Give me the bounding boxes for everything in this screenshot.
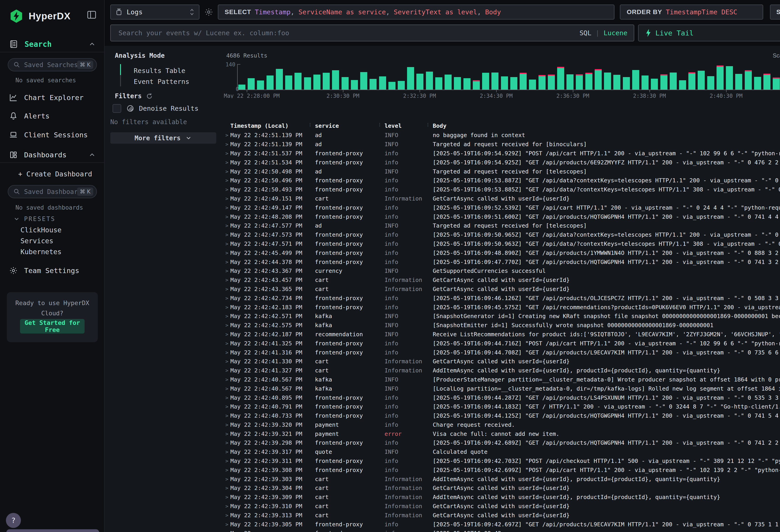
row-expand-chevron[interactable]: > [224,467,230,473]
row-expand-chevron[interactable]: > [224,350,230,355]
lucene-mode-toggle[interactable]: Lucene [603,29,627,37]
row-expand-chevron[interactable]: > [224,277,230,283]
row-expand-chevron[interactable]: > [224,196,230,201]
row-expand-chevron[interactable]: > [224,458,230,464]
table-row[interactable]: >May 22 2:42:43.365 PMcartInformationGet… [224,285,780,294]
source-select[interactable]: Logs [110,5,199,19]
row-expand-chevron[interactable]: > [224,395,230,400]
help-button[interactable]: ? [6,513,21,528]
row-expand-chevron[interactable]: > [224,386,230,391]
sidebar-item-client-sessions[interactable]: Client Sessions [0,128,104,142]
refresh-icon[interactable] [146,93,153,100]
table-row[interactable]: >May 22 2:42:40.895 PMfrontend-proxyinfo… [224,393,780,402]
row-expand-chevron[interactable]: > [224,160,230,165]
preset-services[interactable]: Services [20,237,53,245]
sidebar-collapse-icon[interactable] [86,9,97,20]
row-expand-chevron[interactable]: > [224,313,230,319]
row-expand-chevron[interactable]: > [224,530,230,532]
row-expand-chevron[interactable]: > [224,150,230,156]
live-tail-button[interactable]: Live Tail [638,25,780,41]
column-resize-handle[interactable]: ⁞ [378,122,381,128]
col-timestamp[interactable]: Timestamp (Local) [230,123,315,129]
row-expand-chevron[interactable]: > [224,404,230,409]
table-row[interactable]: >May 22 2:42:43.367 PMcurrencyINFOGetSup… [224,267,780,276]
row-expand-chevron[interactable]: > [224,214,230,220]
row-expand-chevron[interactable]: > [224,169,230,175]
table-row[interactable]: >May 22 2:42:39.317 PMquoteINFOCalculate… [224,447,780,456]
col-level[interactable]: ⁞level [385,123,433,129]
row-expand-chevron[interactable]: > [224,440,230,446]
row-expand-chevron[interactable]: > [224,476,230,482]
get-started-button[interactable]: Get Started for Free [20,319,85,334]
row-expand-chevron[interactable]: > [224,205,230,210]
table-row[interactable]: >May 22 2:42:39.305 PMfrontend-proxyinfo… [224,520,780,529]
table-row[interactable]: >May 22 2:42:42.183 PMfrontend-proxyinfo… [224,303,780,312]
table-row[interactable]: >May 22 2:42:51.139 PMadINFOTargeted ad … [224,140,780,149]
table-row[interactable]: >May 22 2:42:50.496 PMfrontend-proxyinfo… [224,176,780,185]
row-expand-chevron[interactable]: > [224,241,230,247]
row-expand-chevron[interactable]: > [224,332,230,337]
tab-event-patterns[interactable]: Event Patterns [134,78,189,86]
row-expand-chevron[interactable]: > [224,503,230,509]
col-service[interactable]: ⁞service [315,123,385,129]
table-row[interactable]: >May 22 2:42:42.187 PMrecommendationINFO… [224,330,780,339]
table-row[interactable]: >May 22 2:42:39.321 PMpaymenterrorVisa c… [224,429,780,438]
table-row[interactable]: >May 22 2:42:39.298 PMfrontend-proxyinfo… [224,438,780,447]
sidebar-item-team-settings[interactable]: Team Settings [0,263,104,278]
table-row[interactable]: >May 22 2:42:44.378 PMfrontend-proxyinfo… [224,257,780,267]
saved-dashboards-input[interactable]: Saved Dashboards ⌘ K [8,185,97,198]
table-row[interactable]: >May 22 2:42:51.537 PMfrontend-proxyinfo… [224,149,780,158]
preset-clickhouse[interactable]: ClickHouse [20,226,62,234]
tab-results-table[interactable]: Results Table [134,67,185,75]
table-row[interactable]: >May 22 2:42:47.573 PMfrontend-proxyinfo… [224,230,780,239]
table-row[interactable]: >May 22 2:42:39.303 PMcartInformationAdd… [224,475,780,484]
lucene-search-input[interactable]: Search your events w/ Lucene ex. column:… [110,25,634,41]
table-row[interactable]: >May 22 2:42:51.534 PMfrontend-proxyinfo… [224,158,780,167]
order-by-input[interactable]: ORDER BY TimestampTime DESC [620,5,763,19]
table-row[interactable]: >May 22 2:42:45.499 PMfrontend-proxyinfo… [224,248,780,257]
table-row[interactable]: >May 22 2:42:40.791 PMfrontend-proxyinfo… [224,402,780,411]
table-row[interactable]: >May 22 2:42:43.457 PMcartInformationGet… [224,276,780,285]
table-row[interactable]: >May 22 2:42:48.208 PMfrontend-proxyinfo… [224,212,780,221]
log-table[interactable]: >May 22 2:42:51.139 PMadINFOno baggage f… [224,131,780,532]
table-row[interactable]: >May 22 2:42:40.733 PMfrontend-proxyinfo… [224,411,780,420]
table-row[interactable]: >May 22 2:42:40.567 PMkafkaINFO[LocalLog… [224,384,780,393]
table-row[interactable]: >May 22 2:42:39.308 PMfrontend-proxyinfo… [224,466,780,475]
table-row[interactable]: >May 22frontend-proxyinfo[2025-05-19T16:… [224,529,780,532]
row-expand-chevron[interactable]: > [224,485,230,491]
denoise-checkbox[interactable] [112,104,121,113]
row-expand-chevron[interactable]: > [224,132,230,138]
table-row[interactable]: >May 22 2:42:47.577 PMadINFOTargeted ad … [224,221,780,230]
table-row[interactable]: >May 22 2:42:39.309 PMcartInformationAdd… [224,493,780,502]
create-dashboard-button[interactable]: + Create Dashboard [18,170,92,178]
table-row[interactable]: >May 22 2:42:39.311 PMfrontend-proxyinfo… [224,456,780,466]
row-expand-chevron[interactable]: > [224,413,230,419]
gear-icon[interactable] [204,7,213,16]
row-expand-chevron[interactable]: > [224,268,230,274]
table-row[interactable]: >May 22 2:42:39.304 PMcartInformationGet… [224,484,780,493]
row-expand-chevron[interactable]: > [224,494,230,500]
sidebar-item-dashboards[interactable]: Dashboards [0,147,104,163]
table-row[interactable]: >May 22 2:42:50.493 PMfrontend-proxyinfo… [224,185,780,194]
sidebar-item-search[interactable]: Search [0,36,104,52]
row-expand-chevron[interactable]: > [224,322,230,328]
select-query-input[interactable]: SELECT Timestamp, ServiceName as service… [218,5,615,19]
more-filters-button[interactable]: More filters [110,132,216,144]
table-row[interactable]: >May 22 2:42:42.571 PMkafkaINFO[Snapshot… [224,312,780,321]
row-expand-chevron[interactable]: > [224,449,230,455]
saved-searches-input[interactable]: Saved Searches ⌘ K [8,58,97,71]
row-expand-chevron[interactable]: > [224,141,230,147]
sidebar-item-chart-explorer[interactable]: Chart Explorer [0,90,104,105]
row-expand-chevron[interactable]: > [224,259,230,265]
events-histogram[interactable]: 140 0 May 22 2:28:00 PM2:30:30 PM2:32:30… [224,46,780,98]
row-expand-chevron[interactable]: > [224,358,230,364]
table-row[interactable]: >May 22 2:42:49.151 PMcartInformationGet… [224,194,780,203]
row-expand-chevron[interactable]: > [224,304,230,310]
presets-toggle[interactable]: PRESETS [13,215,55,222]
table-row[interactable]: >May 22 2:42:41.316 PMfrontend-proxyinfo… [224,348,780,357]
table-row[interactable]: >May 22 2:42:47.571 PMfrontend-proxyinfo… [224,239,780,248]
table-row[interactable]: >May 22 2:42:42.575 PMkafkaINFO[Snapshot… [224,321,780,330]
row-expand-chevron[interactable]: > [224,187,230,192]
row-expand-chevron[interactable]: > [224,295,230,301]
table-row[interactable]: >May 22 2:42:39.313 PMcartInformationGet… [224,511,780,520]
